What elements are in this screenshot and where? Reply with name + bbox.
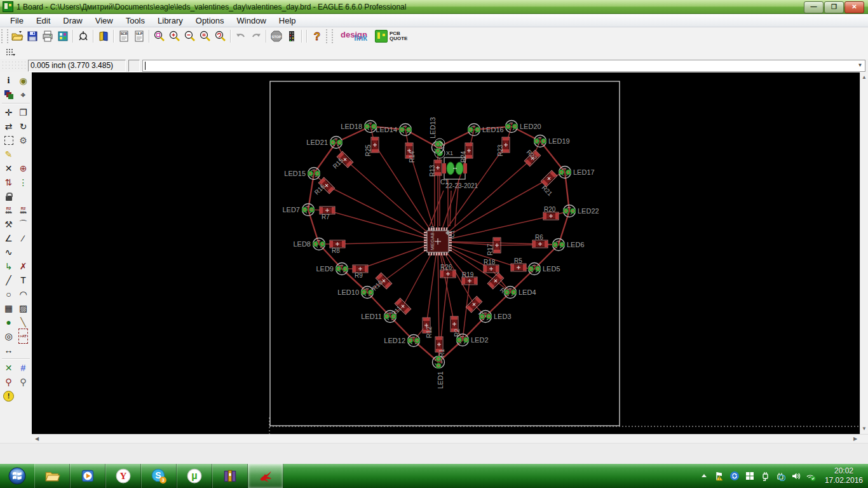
processing-light-indicator[interactable]	[284, 29, 299, 44]
taskbar-clock[interactable]: 20:02 17.02.2016	[821, 466, 863, 485]
scroll-up-arrow[interactable]: ▲	[860, 74, 868, 81]
replace-tool[interactable]: ⋮	[16, 175, 31, 189]
safely-remove-icon[interactable]	[775, 471, 786, 482]
minimize-button[interactable]: —	[804, 1, 824, 13]
power-plug-icon[interactable]	[760, 471, 771, 482]
scroll-left-arrow[interactable]: ◀	[33, 435, 41, 443]
pcb-resistor-R5[interactable]	[511, 264, 526, 271]
command-dropdown-arrow[interactable]: ▼	[856, 61, 864, 69]
via-tool[interactable]: ●	[1, 315, 16, 329]
attribute-tool[interactable]: >AT	[16, 329, 31, 343]
stop-button[interactable]: STOP	[269, 29, 284, 44]
meander-tool[interactable]: ∿	[1, 245, 16, 259]
scroll-down-arrow[interactable]: ▼	[860, 425, 868, 433]
taskbar-winrar-button[interactable]	[212, 464, 248, 488]
zoom-select-button[interactable]	[198, 29, 213, 44]
horizontal-scrollbar[interactable]: ◀ ▶	[32, 434, 868, 443]
run-script-button[interactable]: SCR	[116, 29, 132, 44]
copy-tool[interactable]: ❐	[16, 105, 31, 119]
change-tool[interactable]: ⚙	[16, 133, 31, 147]
auto-tool[interactable]: #	[16, 361, 31, 375]
taskbar-yandex-browser-button[interactable]: Y	[105, 464, 141, 488]
name-tool[interactable]: R210k	[1, 203, 16, 217]
open-button[interactable]	[10, 29, 25, 44]
tray-expand-arrow[interactable]	[699, 471, 710, 482]
undo-button[interactable]	[233, 29, 248, 44]
redo-button[interactable]	[248, 29, 264, 44]
taskbar-eagle-button[interactable]	[248, 464, 283, 488]
show-tool[interactable]: ◉	[16, 74, 31, 88]
print-button[interactable]	[40, 29, 55, 44]
move-tool[interactable]: ✛	[1, 105, 16, 119]
info-tool[interactable]: i	[1, 74, 16, 88]
vertical-scrollbar[interactable]: ▲ ▼	[860, 72, 868, 434]
help-button[interactable]: ?	[309, 29, 325, 44]
grid-button[interactable]	[5, 46, 24, 58]
menu-help[interactable]: Help	[273, 15, 302, 27]
library-button[interactable]	[96, 29, 111, 44]
signal-tool[interactable]: ╲	[16, 315, 31, 329]
wire-tool[interactable]: ╱	[1, 273, 16, 287]
pcb-resistor-R26[interactable]	[440, 270, 456, 278]
pcb-resistor-R20[interactable]	[543, 212, 559, 220]
miter-tool[interactable]: ⌒	[16, 217, 31, 231]
menu-edit[interactable]: Edit	[30, 15, 57, 27]
zoom-fit-button[interactable]	[152, 29, 167, 44]
circle-tool[interactable]: ○	[1, 287, 16, 301]
ripup-tool[interactable]: ✗	[16, 259, 31, 273]
menu-draw[interactable]: Draw	[57, 15, 88, 27]
command-input[interactable]: ▼	[142, 60, 865, 72]
paste-tool[interactable]: ✎	[1, 147, 16, 161]
pinswap-tool[interactable]: ⇅	[1, 175, 16, 189]
network-icon[interactable]	[806, 471, 817, 482]
pcb-resistor-R17[interactable]	[493, 238, 501, 253]
action-center-flag-icon[interactable]: !	[714, 471, 725, 482]
run-ulp-button[interactable]: ULP	[132, 29, 147, 44]
menu-library[interactable]: Library	[151, 15, 189, 27]
hole-tool[interactable]: ◎	[1, 329, 16, 343]
arc-tool[interactable]: ◠	[16, 287, 31, 301]
start-button[interactable]	[0, 464, 34, 488]
mark-tool[interactable]: ⌖	[16, 88, 31, 102]
switch-board-schematic-button[interactable]	[76, 29, 91, 44]
taskbar-media-player-button[interactable]	[70, 464, 105, 488]
add-tool[interactable]: ⊕	[16, 161, 31, 175]
lock-tool[interactable]	[1, 189, 16, 203]
command-bar-handle[interactable]	[1, 60, 28, 71]
rect-tool[interactable]: ▦	[1, 301, 16, 315]
close-button[interactable]: ✕	[844, 1, 864, 13]
warning-indicator[interactable]: !	[1, 389, 16, 403]
coordinate-mode-button[interactable]	[128, 60, 140, 72]
text-tool[interactable]: T	[16, 273, 31, 287]
group-tool[interactable]	[1, 133, 16, 147]
menu-file[interactable]: File	[4, 15, 30, 27]
windows-update-icon[interactable]	[729, 471, 740, 482]
volume-icon[interactable]	[790, 471, 801, 482]
split-tool[interactable]: ∠	[1, 231, 16, 245]
zoom-redraw-button[interactable]	[213, 29, 228, 44]
taskbar-explorer-button[interactable]	[34, 464, 70, 488]
optimize-tool[interactable]: ∕	[16, 231, 31, 245]
pcb-resistor-R6[interactable]	[532, 240, 548, 248]
value-tool[interactable]: R210k	[16, 203, 31, 217]
route-tool[interactable]: ↳	[1, 259, 16, 273]
windows-logo-icon[interactable]	[745, 471, 756, 482]
board-canvas[interactable]: R25R14R13R24R23R15R22R16R21R7R20R8R6R17R…	[32, 72, 860, 434]
scroll-right-arrow[interactable]: ▶	[851, 435, 859, 443]
menu-tools[interactable]: Tools	[119, 15, 151, 27]
toolbar-drag-handle-2[interactable]	[326, 29, 333, 43]
cam-processor-button[interactable]	[55, 29, 71, 44]
polygon-tool[interactable]: ▨	[16, 301, 31, 315]
toolbar-drag-handle[interactable]	[1, 29, 8, 43]
pcb-resistor-R4[interactable]	[487, 273, 503, 288]
taskbar-utorrent-button[interactable]: µ	[177, 464, 212, 488]
pcb-chip-IC1[interactable]: MEGA8-AIIC1	[424, 226, 456, 255]
pcb-resistor-R25[interactable]	[371, 137, 379, 152]
menu-window[interactable]: Window	[231, 15, 273, 27]
pcb-resistor-R18[interactable]	[484, 265, 499, 273]
display-tool[interactable]	[1, 88, 16, 102]
menu-view[interactable]: View	[89, 15, 119, 27]
pcb-drawing[interactable]: R25R14R13R24R23R15R22R16R21R7R20R8R6R17R…	[32, 72, 860, 434]
rotate-tool[interactable]: ↻	[16, 119, 31, 133]
zoom-out-button[interactable]	[182, 29, 198, 44]
